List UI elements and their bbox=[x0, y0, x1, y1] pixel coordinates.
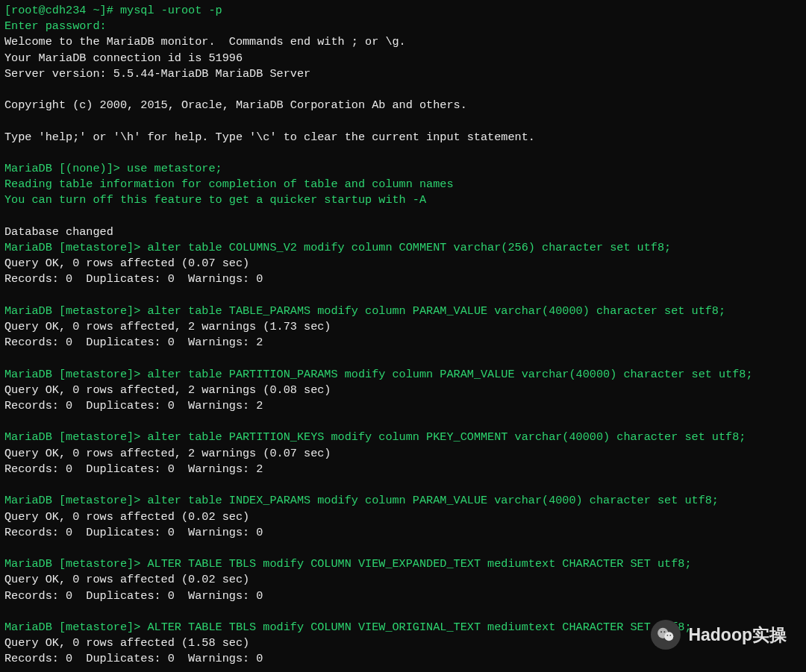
shell-command: mysql -uroot -p bbox=[120, 4, 222, 17]
q2-result1: Query OK, 0 rows affected, 2 warnings (1… bbox=[4, 320, 331, 333]
q1-sql: alter table COLUMNS_V2 modify column COM… bbox=[147, 241, 671, 254]
q5-sql: alter table INDEX_PARAMS modify column P… bbox=[147, 494, 719, 507]
watermark-text: Hadoop实操 bbox=[688, 624, 787, 647]
q3-sql: alter table PARTITION_PARAMS modify colu… bbox=[147, 368, 752, 381]
q7-prompt: MariaDB [metastore]> bbox=[4, 621, 147, 634]
q2-prompt: MariaDB [metastore]> bbox=[4, 304, 147, 318]
q1-result1: Query OK, 0 rows affected (0.07 sec) bbox=[4, 257, 249, 270]
mariadb-none-prompt: MariaDB [(none)]> bbox=[4, 162, 127, 175]
q4-sql: alter table PARTITION_KEYS modify column… bbox=[147, 430, 746, 444]
use-metastore-cmd: use metastore; bbox=[127, 162, 222, 175]
terminal[interactable]: [root@cdh234 ~]# mysql -uroot -p Enter p… bbox=[0, 0, 806, 672]
enter-password: Enter password: bbox=[4, 19, 107, 33]
svg-point-4 bbox=[667, 635, 669, 636]
help-line: Type 'help;' or '\h' for help. Type '\c'… bbox=[4, 131, 535, 144]
q4-prompt: MariaDB [metastore]> bbox=[4, 430, 147, 444]
q3-prompt: MariaDB [metastore]> bbox=[4, 368, 147, 381]
q2-result2: Records: 0 Duplicates: 0 Warnings: 2 bbox=[4, 336, 263, 349]
server-version: Server version: 5.5.44-MariaDB MariaDB S… bbox=[4, 67, 310, 81]
svg-point-2 bbox=[660, 631, 662, 632]
reading-table-info: Reading table information for completion… bbox=[4, 178, 454, 191]
q6-sql: ALTER TABLE TBLS modify COLUMN VIEW_EXPA… bbox=[147, 557, 691, 571]
q5-result1: Query OK, 0 rows affected (0.02 sec) bbox=[4, 510, 249, 524]
svg-point-1 bbox=[665, 632, 674, 641]
q1-result2: Records: 0 Duplicates: 0 Warnings: 0 bbox=[4, 272, 263, 286]
q5-result2: Records: 0 Duplicates: 0 Warnings: 0 bbox=[4, 526, 263, 539]
wechat-icon bbox=[651, 620, 681, 650]
q6-result2: Records: 0 Duplicates: 0 Warnings: 0 bbox=[4, 589, 263, 603]
q2-sql: alter table TABLE_PARAMS modify column P… bbox=[147, 304, 725, 318]
connection-id: Your MariaDB connection id is 51996 bbox=[4, 51, 243, 65]
database-changed: Database changed bbox=[4, 225, 113, 239]
q3-result1: Query OK, 0 rows affected, 2 warnings (0… bbox=[4, 383, 331, 397]
svg-point-3 bbox=[664, 631, 666, 632]
q5-prompt: MariaDB [metastore]> bbox=[4, 494, 147, 507]
q4-result1: Query OK, 0 rows affected, 2 warnings (0… bbox=[4, 447, 331, 460]
welcome-line: Welcome to the MariaDB monitor. Commands… bbox=[4, 35, 406, 48]
q7-result1: Query OK, 0 rows affected (1.58 sec) bbox=[4, 636, 249, 650]
q7-result2: Records: 0 Duplicates: 0 Warnings: 0 bbox=[4, 652, 263, 665]
q6-prompt: MariaDB [metastore]> bbox=[4, 557, 147, 571]
q1-prompt: MariaDB [metastore]> bbox=[4, 241, 147, 254]
q3-result2: Records: 0 Duplicates: 0 Warnings: 2 bbox=[4, 399, 263, 412]
svg-point-5 bbox=[670, 635, 672, 636]
q4-result2: Records: 0 Duplicates: 0 Warnings: 2 bbox=[4, 462, 263, 476]
turn-off-hint: You can turn off this feature to get a q… bbox=[4, 193, 426, 207]
copyright-line: Copyright (c) 2000, 2015, Oracle, MariaD… bbox=[4, 98, 467, 112]
shell-prompt: [root@cdh234 ~]# bbox=[4, 4, 120, 17]
watermark: Hadoop实操 bbox=[651, 620, 787, 650]
q7-sql: ALTER TABLE TBLS modify COLUMN VIEW_ORIG… bbox=[147, 621, 691, 634]
q6-result1: Query OK, 0 rows affected (0.02 sec) bbox=[4, 573, 249, 586]
